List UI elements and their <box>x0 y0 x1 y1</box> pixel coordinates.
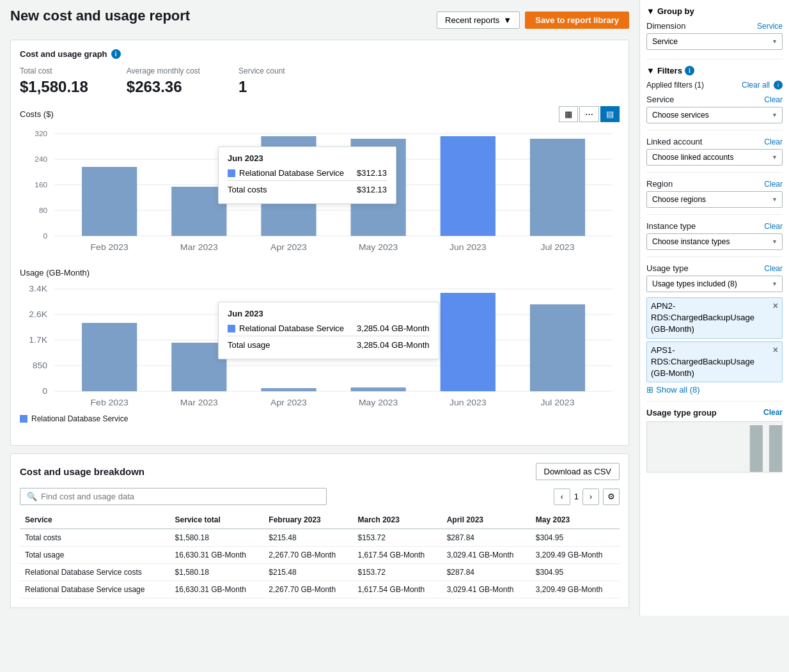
svg-rect-10 <box>82 167 137 236</box>
bar-chart-icon: ▦ <box>565 109 572 119</box>
filters-header[interactable]: ▼ Filters i <box>646 66 783 75</box>
scatter-chart-button[interactable]: ⋯ <box>579 106 599 122</box>
linked-account-clear-button[interactable]: Clear <box>764 137 783 146</box>
usage-type-clear-button[interactable]: Clear <box>764 264 783 273</box>
scatter-icon: ⋯ <box>585 109 593 119</box>
filters-section: ▼ Filters i Applied filters (1) Clear al… <box>646 66 783 473</box>
col-may: May 2023 <box>531 512 620 529</box>
table-settings-button[interactable]: ⚙ <box>603 488 620 505</box>
usage-type-select-wrapper: Usage types included (8) <box>646 276 783 292</box>
area-chart-icon: ▤ <box>606 109 614 119</box>
region-clear-button[interactable]: Clear <box>764 180 783 189</box>
total-cost-metric: Total cost $1,580.18 <box>20 66 88 96</box>
svg-text:Apr 2023: Apr 2023 <box>270 242 307 251</box>
svg-text:May 2023: May 2023 <box>359 242 398 251</box>
svg-text:Mar 2023: Mar 2023 <box>180 398 218 407</box>
svg-text:May 2023: May 2023 <box>359 398 398 407</box>
svg-text:2.6K: 2.6K <box>29 309 47 318</box>
area-chart-button[interactable]: ▤ <box>600 106 620 122</box>
svg-rect-46 <box>769 425 782 473</box>
legend-color-icon <box>20 415 27 423</box>
col-mar: March 2023 <box>353 512 442 529</box>
search-input[interactable] <box>41 492 320 501</box>
dimension-select[interactable]: Service <box>646 33 783 50</box>
service-count-metric: Service count 1 <box>238 66 285 96</box>
usage-chart: 3.4K 2.6K 1.7K 850 0 <box>20 283 620 410</box>
svg-text:Jul 2023: Jul 2023 <box>541 398 575 407</box>
metrics-row: Total cost $1,580.18 Average monthly cos… <box>20 66 620 96</box>
expand-icon: ⊞ <box>646 385 653 395</box>
usage-type-group-clear-button[interactable]: Clear <box>763 408 783 418</box>
svg-text:Mar 2023: Mar 2023 <box>180 242 218 251</box>
svg-rect-35 <box>351 387 406 391</box>
table-row: Relational Database Service usage 16,630… <box>20 581 620 598</box>
svg-text:0: 0 <box>42 386 47 395</box>
group-by-header[interactable]: ▼ Group by <box>646 6 783 16</box>
svg-text:850: 850 <box>33 361 47 370</box>
region-select-wrapper: Choose regions <box>646 191 783 208</box>
region-select[interactable]: Choose regions <box>646 191 783 208</box>
svg-text:Jun 2023: Jun 2023 <box>449 398 487 407</box>
instance-type-select[interactable]: Choose instance types <box>646 233 783 250</box>
search-bar[interactable]: 🔍 <box>20 488 327 505</box>
svg-rect-36 <box>441 293 496 391</box>
service-clear-button[interactable]: Clear <box>764 95 783 104</box>
recent-reports-button[interactable]: Recent reports ▼ <box>437 12 520 29</box>
download-csv-button[interactable]: Download as CSV <box>536 463 620 480</box>
filters-info-icon[interactable]: i <box>685 66 694 75</box>
clear-all-button[interactable]: Clear all <box>742 81 770 90</box>
linked-account-select-wrapper: Choose linked accounts <box>646 149 783 166</box>
service-select[interactable]: Choose services <box>646 107 783 123</box>
page-title: New cost and usage report <box>10 8 190 24</box>
svg-text:1.7K: 1.7K <box>29 335 47 344</box>
prev-page-button[interactable]: ‹ <box>554 488 570 505</box>
tooltip-dot-icon <box>228 169 235 177</box>
svg-rect-45 <box>750 425 763 473</box>
svg-rect-37 <box>530 304 585 391</box>
col-service-total: Service total <box>170 512 264 529</box>
breakdown-table: Service Service total February 2023 Marc… <box>20 512 620 598</box>
costs-chart-section: Costs ($) ▦ ⋯ ▤ <box>20 106 620 255</box>
dimension-clear-button[interactable]: Service <box>757 22 783 31</box>
tag-close-1-button[interactable]: × <box>773 301 778 311</box>
show-all-link[interactable]: ⊞ Show all (8) <box>646 385 783 395</box>
linked-account-select[interactable]: Choose linked accounts <box>646 149 783 166</box>
svg-text:Jul 2023: Jul 2023 <box>541 242 575 251</box>
instance-type-select-wrapper: Choose instance types <box>646 233 783 250</box>
chart-legend: Relational Database Service <box>20 414 620 423</box>
right-panel: ▼ Group by Dimension Service Service ▼ F… <box>639 0 789 616</box>
service-select-wrapper: Choose services <box>646 107 783 123</box>
svg-text:Feb 2023: Feb 2023 <box>91 242 129 251</box>
search-icon: 🔍 <box>27 492 37 501</box>
svg-rect-15 <box>530 139 585 236</box>
tooltip2-dot-icon <box>228 325 235 332</box>
pagination: ‹ 1 › ⚙ <box>554 488 620 505</box>
bar-chart-button[interactable]: ▦ <box>559 106 578 122</box>
card-title-text: Cost and usage graph <box>20 49 107 59</box>
svg-text:Jun 2023: Jun 2023 <box>449 242 487 251</box>
chart-controls: ▦ ⋯ ▤ <box>559 106 620 122</box>
svg-rect-34 <box>261 388 316 391</box>
dimension-select-wrapper: Service <box>646 33 783 50</box>
info-icon[interactable]: i <box>111 49 121 59</box>
costs-chart: 320 240 160 80 0 <box>20 127 620 255</box>
svg-text:Feb 2023: Feb 2023 <box>91 398 129 407</box>
group-by-section: ▼ Group by Dimension Service Service <box>646 6 783 50</box>
instance-type-clear-button[interactable]: Clear <box>764 222 783 231</box>
col-service: Service <box>20 512 170 529</box>
breakdown-section: Cost and usage breakdown Download as CSV… <box>10 453 629 608</box>
svg-text:80: 80 <box>39 207 47 214</box>
col-feb: February 2023 <box>263 512 352 529</box>
usage-type-select[interactable]: Usage types included (8) <box>646 276 783 292</box>
next-page-button[interactable]: › <box>582 488 599 505</box>
svg-text:160: 160 <box>35 181 47 189</box>
avg-monthly-cost-metric: Average monthly cost $263.36 <box>127 66 200 96</box>
usage-chart-section: Usage (GB-Month) 3.4K 2.6K 1.7K 850 0 <box>20 268 620 423</box>
tag-close-2-button[interactable]: × <box>773 345 778 355</box>
svg-text:240: 240 <box>35 155 47 163</box>
table-row: Total costs $1,580.18 $215.48 $153.72 $2… <box>20 529 620 547</box>
svg-text:0: 0 <box>43 232 48 240</box>
tag-item-1: APN2-RDS:ChargedBackupUsage (GB-Month) × <box>646 297 783 339</box>
usage-type-group-chart <box>646 421 783 473</box>
save-report-button[interactable]: Save to report library <box>525 12 629 29</box>
